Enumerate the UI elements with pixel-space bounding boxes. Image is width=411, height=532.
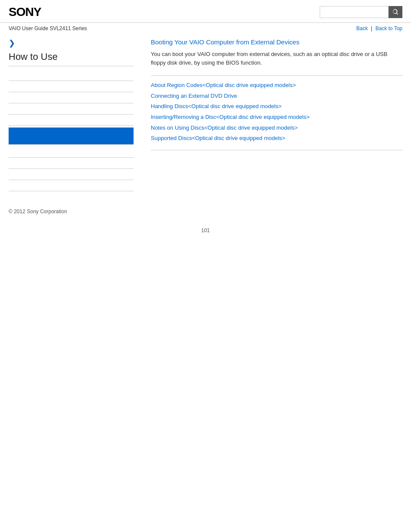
sidebar-item[interactable]	[9, 169, 134, 180]
main-layout: ❯ How to Use Booting Your VAIO Computer …	[0, 34, 411, 200]
search-input[interactable]	[320, 6, 389, 18]
footer: © 2012 Sony Corporation	[0, 200, 411, 219]
page-number: 101	[0, 223, 411, 238]
related-link[interactable]: Inserting/Removing a Disc<Optical disc d…	[151, 112, 402, 123]
back-link[interactable]: Back	[356, 25, 368, 31]
related-link[interactable]: Notes on Using Discs<Optical disc drive …	[151, 123, 402, 134]
sidebar-item[interactable]	[9, 81, 134, 92]
back-to-top-link[interactable]: Back to Top	[376, 25, 402, 31]
sidebar-item[interactable]	[9, 92, 134, 103]
related-link[interactable]: About Region Codes<Optical disc drive eq…	[151, 80, 402, 91]
header: SONY	[0, 0, 411, 23]
sidebar: ❯ How to Use	[9, 38, 142, 191]
article-title[interactable]: Booting Your VAIO Computer from External…	[151, 38, 402, 46]
sidebar-items	[9, 70, 134, 191]
search-icon	[392, 9, 399, 16]
search-container	[320, 6, 402, 18]
related-link[interactable]: Connecting an External DVD Drive	[151, 91, 402, 102]
sidebar-item[interactable]	[9, 103, 134, 115]
sidebar-item[interactable]	[9, 70, 134, 81]
related-link[interactable]: Supported Discs<Optical disc drive equip…	[151, 133, 402, 144]
sub-header: VAIO User Guide SVL2411 Series Back | Ba…	[0, 23, 411, 34]
related-links: About Region Codes<Optical disc drive eq…	[151, 75, 402, 150]
related-link[interactable]: Handling Discs<Optical disc drive equipp…	[151, 101, 402, 112]
sidebar-title: How to Use	[9, 51, 134, 66]
sidebar-item[interactable]	[9, 180, 134, 191]
content-area: Booting Your VAIO Computer from External…	[142, 38, 402, 191]
sidebar-arrow-icon[interactable]: ❯	[9, 38, 134, 48]
sidebar-item[interactable]	[9, 158, 134, 169]
sidebar-item-active[interactable]	[9, 128, 134, 145]
copyright: © 2012 Sony Corporation	[9, 208, 67, 215]
article-description: You can boot your VAIO computer from ext…	[151, 50, 402, 67]
search-button[interactable]	[389, 6, 402, 18]
guide-title: VAIO User Guide SVL2411 Series	[9, 25, 87, 31]
separator: |	[371, 25, 372, 31]
sidebar-item[interactable]	[9, 115, 134, 126]
nav-links: Back | Back to Top	[356, 25, 402, 31]
sidebar-item[interactable]	[9, 146, 134, 158]
sony-logo: SONY	[9, 5, 41, 19]
